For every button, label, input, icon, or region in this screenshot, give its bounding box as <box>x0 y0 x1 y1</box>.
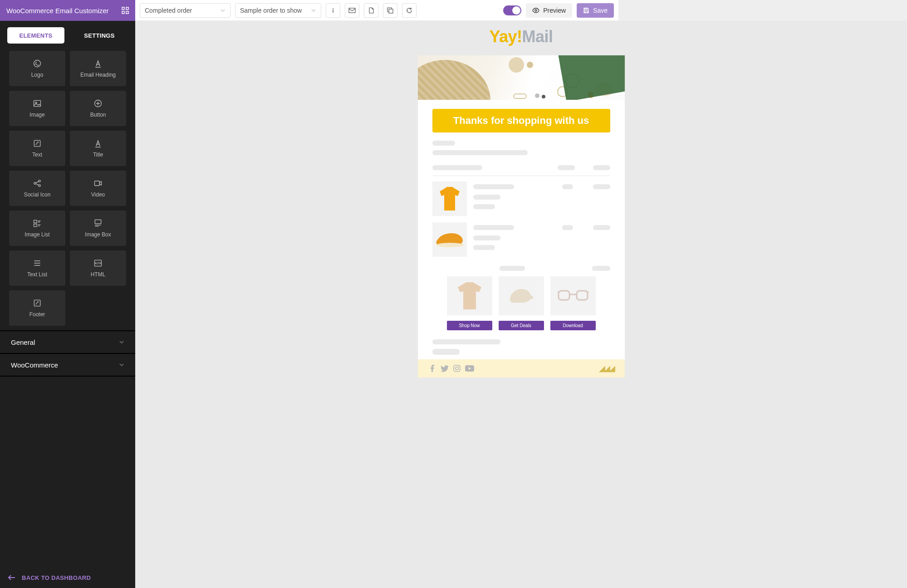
preview-button[interactable]: Preview <box>526 3 572 18</box>
video-icon <box>93 179 103 188</box>
chevron-down-icon <box>119 339 124 345</box>
eye-icon <box>532 8 539 13</box>
svg-point-26 <box>436 243 464 247</box>
save-label: Save <box>593 7 608 14</box>
html-icon <box>93 259 103 268</box>
sample-select[interactable]: Sample order to show <box>235 3 321 18</box>
element-image[interactable]: Image <box>9 91 65 126</box>
svg-point-30 <box>455 367 458 370</box>
svg-rect-23 <box>95 220 101 224</box>
accordion-woocommerce[interactable]: WooCommerce <box>0 354 135 377</box>
svg-rect-29 <box>454 365 460 372</box>
element-label: Button <box>90 112 106 118</box>
chevron-down-icon <box>311 8 316 13</box>
sidebar-tabs: ELEMENTS SETTINGS <box>0 21 135 48</box>
element-label: Text <box>32 152 42 158</box>
twitter-icon[interactable] <box>441 365 449 372</box>
element-image-list[interactable]: Image List <box>9 211 65 246</box>
logo-part2: ! <box>517 27 522 46</box>
element-video[interactable]: Video <box>70 171 126 206</box>
element-label: Image Box <box>85 231 111 238</box>
svg-point-12 <box>35 62 37 63</box>
element-logo[interactable]: Logo <box>9 51 65 86</box>
brand-title: WooCommerce Email Customizer <box>6 7 109 15</box>
logo-part1: Yay <box>489 27 517 46</box>
info-button[interactable] <box>326 3 340 18</box>
product-cards: Shop Now Get Deals Download <box>432 276 610 330</box>
sidebar: ELEMENTS SETTINGS LogoEmail HeadingImage… <box>0 21 135 401</box>
svg-point-4 <box>333 8 333 9</box>
element-footer[interactable]: Footer <box>9 290 65 326</box>
accordion-general[interactable]: General <box>0 331 135 354</box>
svg-rect-7 <box>389 9 393 13</box>
cta-button[interactable]: Shop Now <box>447 321 492 330</box>
preview-label: Preview <box>543 7 566 14</box>
brand-bar: WooCommerce Email Customizer <box>0 0 135 21</box>
product-card: Download <box>550 276 596 330</box>
element-image-box[interactable]: Image Box <box>70 211 126 246</box>
element-button[interactable]: Button <box>70 91 126 126</box>
element-text-list[interactable]: Text List <box>9 250 65 286</box>
element-label: Text List <box>27 271 47 278</box>
email-preview[interactable]: Thanks for shopping with us <box>418 55 619 377</box>
imagelist-icon <box>33 219 42 228</box>
save-button[interactable]: Save <box>577 3 614 18</box>
svg-rect-22 <box>34 224 37 227</box>
element-email-heading[interactable]: Email Heading <box>70 51 126 86</box>
footer-icon <box>33 299 42 308</box>
svg-rect-5 <box>333 10 333 13</box>
blank-page-button[interactable] <box>364 3 378 18</box>
tab-elements[interactable]: ELEMENTS <box>7 27 64 44</box>
order-item <box>432 222 610 257</box>
elements-grid: LogoEmail HeadingImageButtonTextTitleSoc… <box>0 48 135 330</box>
element-html[interactable]: HTML <box>70 250 126 286</box>
brand-mark-icon: ◢◢◢ <box>599 363 614 373</box>
svg-point-11 <box>34 60 41 67</box>
template-select[interactable]: Completed order <box>140 3 230 18</box>
product-thumb <box>432 222 467 257</box>
reset-button[interactable] <box>402 3 417 18</box>
element-label: HTML <box>91 271 106 278</box>
save-icon <box>583 7 589 14</box>
svg-point-31 <box>458 366 459 367</box>
instagram-icon[interactable] <box>453 365 461 372</box>
element-title[interactable]: Title <box>70 131 126 166</box>
accordion-general-label: General <box>11 338 35 346</box>
email-footer: ◢◢◢ <box>418 359 619 377</box>
element-label: Video <box>91 191 105 198</box>
element-text[interactable]: Text <box>9 131 65 166</box>
chevron-down-icon <box>220 8 226 13</box>
title-icon <box>93 139 103 148</box>
element-label: Logo <box>31 72 44 78</box>
svg-rect-0 <box>122 7 124 10</box>
product-card: Get Deals <box>499 276 544 330</box>
cta-button[interactable]: Download <box>550 321 596 330</box>
grid-icon[interactable] <box>122 7 129 14</box>
sidebar-accordion: General WooCommerce <box>0 330 135 377</box>
youtube-icon[interactable] <box>465 365 474 372</box>
element-label: Title <box>93 152 103 158</box>
order-item <box>432 181 610 216</box>
button-icon <box>93 99 103 108</box>
product-card: Shop Now <box>447 276 492 330</box>
element-social-icon[interactable]: Social Icon <box>9 171 65 206</box>
copy-button[interactable] <box>383 3 397 18</box>
logo-icon <box>33 59 42 68</box>
svg-point-8 <box>535 10 537 11</box>
social-icon <box>33 179 42 188</box>
element-label: Social Icon <box>24 191 51 198</box>
top-bar: WooCommerce Email Customizer Completed o… <box>0 0 618 21</box>
accordion-woocommerce-label: WooCommerce <box>11 361 58 369</box>
send-test-button[interactable] <box>345 3 359 18</box>
svg-rect-9 <box>585 8 587 10</box>
toolbar: Completed order Sample order to show <box>135 0 618 21</box>
enable-toggle[interactable] <box>503 5 521 15</box>
hero-image <box>418 55 619 100</box>
textlist-icon <box>33 259 42 268</box>
tab-settings[interactable]: SETTINGS <box>71 27 128 44</box>
yaymail-logo: Yay!Mail <box>489 27 553 46</box>
facebook-icon[interactable] <box>429 365 436 372</box>
svg-rect-13 <box>34 100 41 106</box>
cta-button[interactable]: Get Deals <box>499 321 544 330</box>
svg-rect-1 <box>126 7 128 10</box>
